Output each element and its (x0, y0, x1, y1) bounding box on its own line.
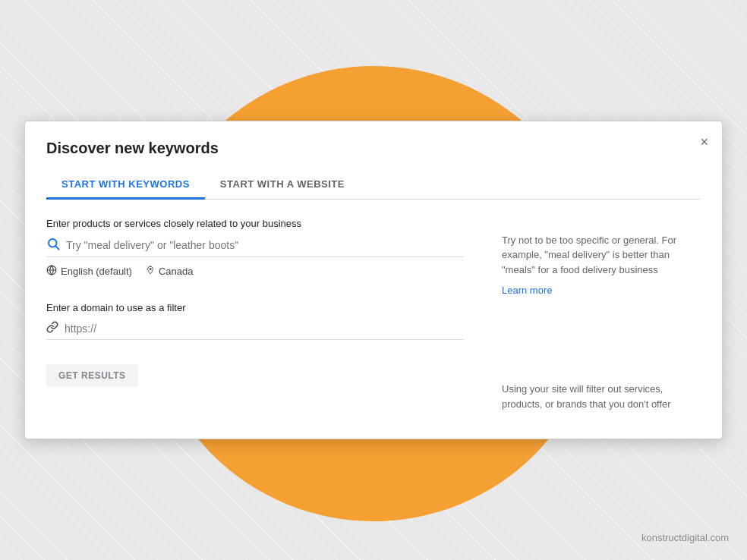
location-item: Canada (146, 265, 194, 278)
modal-wrapper: × Discover new keywords START WITH KEYWO… (24, 121, 723, 440)
language-label: English (default) (61, 266, 132, 277)
left-panel: Enter products or services closely relat… (46, 218, 487, 418)
domain-input-row (46, 321, 464, 340)
tab-keywords[interactable]: START WITH KEYWORDS (46, 171, 205, 200)
domain-section: Enter a domain to use as a filter (46, 302, 464, 340)
domain-hint-block: Using your site will filter out services… (502, 382, 701, 411)
keyword-hint-block: Try not to be too specific or general. F… (502, 233, 701, 297)
products-section: Enter products or services closely relat… (46, 218, 464, 278)
tabs-container: START WITH KEYWORDS START WITH A WEBSITE (46, 171, 701, 200)
get-results-button[interactable]: GET RESULTS (46, 364, 138, 387)
learn-more-link[interactable]: Learn more (502, 285, 552, 296)
language-item: English (default) (46, 265, 132, 278)
tab-website[interactable]: START WITH A WEBSITE (205, 171, 360, 200)
language-icon (46, 265, 57, 278)
domain-hint-text: Using your site will filter out services… (502, 382, 701, 411)
location-icon (146, 265, 155, 278)
modal-title: Discover new keywords (46, 140, 701, 157)
content-area: Enter products or services closely relat… (46, 200, 701, 418)
domain-input[interactable] (65, 322, 464, 335)
language-location-row: English (default) Canada (46, 265, 464, 278)
products-label: Enter products or services closely relat… (46, 218, 464, 229)
domain-label: Enter a domain to use as a filter (46, 302, 464, 313)
link-icon (46, 321, 58, 336)
svg-point-2 (150, 268, 152, 270)
close-button[interactable]: × (697, 132, 711, 152)
search-input[interactable] (66, 239, 464, 251)
right-panel: Try not to be too specific or general. F… (487, 218, 701, 418)
keyword-hint-text: Try not to be too specific or general. F… (502, 233, 701, 278)
svg-line-1 (55, 246, 58, 249)
modal-dialog: × Discover new keywords START WITH KEYWO… (24, 121, 723, 440)
watermark: konstructdigital.com (641, 532, 729, 543)
location-label: Canada (159, 266, 194, 277)
search-input-row (46, 237, 464, 257)
search-icon (46, 237, 60, 253)
